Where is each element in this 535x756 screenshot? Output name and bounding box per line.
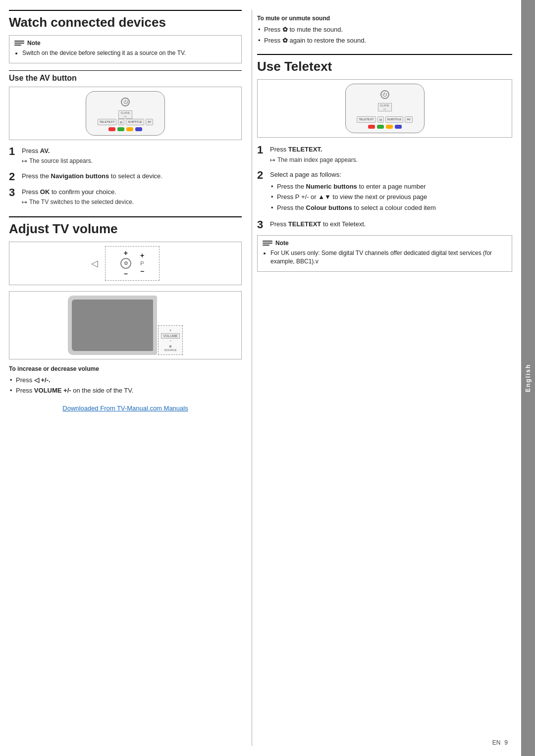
step-tt-1: 1 Press TELETEXT. ↦ The main index page … — [257, 145, 512, 165]
step-av-3: 3 Press OK to confirm your choice. ↦ The… — [9, 187, 242, 207]
left-column: Watch connected devices Note Switch on t… — [9, 10, 252, 746]
step-av-2: 2 Press the Navigation buttons to select… — [9, 171, 242, 182]
step-num-1: 1 — [9, 146, 18, 157]
green-btn-tt — [377, 125, 384, 129]
plus-icon: + — [169, 329, 171, 332]
step-content-1: Press AV. ↦ The source list appears. — [22, 146, 242, 166]
note-list-tt: For UK users only: Some digital TV chann… — [263, 249, 507, 266]
remote-small-av: ⏻ GUIDE▭ TELETEXT ⊟ SUBTITLE AV — [86, 91, 165, 136]
sidebar-label: English — [525, 364, 532, 392]
step-tt-2: 2 Select a page as follows: Press the Nu… — [257, 170, 512, 214]
note-item-1-0: Switch on the device before selecting it… — [22, 49, 236, 57]
note-icon-tt — [263, 241, 272, 246]
section2-title: Adjust TV volume — [9, 216, 242, 237]
teletext-bold-3: TELETEXT — [288, 220, 321, 228]
vol-speaker-icon: ◁ — [91, 259, 98, 268]
red-btn — [108, 127, 115, 131]
vol-plusminus: + ✿ − — [120, 249, 131, 278]
teletext-remote-diagram: ⏻ GUIDE▭ TELETEXT ⊟ SUBTITLE AV — [257, 79, 512, 138]
note-label-1: Note — [27, 40, 41, 47]
guide-btn-tt: GUIDE▭ — [378, 103, 392, 111]
note-box-1: Note Switch on the device before selecti… — [9, 35, 242, 63]
arrow-tt-1: ↦ The main index page appears. — [270, 155, 512, 165]
source-label: SOURCE — [164, 349, 177, 352]
b-btn: ⊟ — [118, 119, 124, 125]
step-tt-content-1: Press TELETEXT. ↦ The main index page ap… — [270, 145, 512, 165]
volume-label: VOLUME — [161, 333, 180, 339]
tt-sub-0: Press the Numeric buttons to enter a pag… — [270, 182, 512, 192]
av-bold: AV. — [40, 147, 50, 154]
source-btn: ⊕ — [169, 345, 172, 349]
sub1-title: Use the AV button — [9, 70, 242, 83]
subtitle-btn: SUBTITLE — [126, 119, 144, 125]
step-num-3: 3 — [9, 187, 18, 198]
arrow-1: ↦ The source list appears. — [22, 156, 242, 166]
section3-title: Use Teletext — [257, 54, 512, 74]
tt-sub-2: Press the Colour buttons to select a col… — [270, 203, 512, 213]
remote-diagram-av: ⏻ GUIDE▭ TELETEXT ⊟ SUBTITLE AV — [9, 87, 242, 140]
page-number: 9 — [504, 739, 508, 746]
note-item-tt-0: For UK users only: Some digital TV chann… — [270, 249, 507, 266]
b-btn-tt: ⊟ — [377, 116, 384, 123]
note-header-1: Note — [14, 40, 236, 47]
guide-btn: GUIDE▭ — [118, 110, 132, 119]
ok-bold: OK — [40, 188, 50, 196]
step-tt-3: 3 Press TELETEXT to exit Teletext. — [257, 219, 512, 230]
tv-side-controls: + VOLUME − ⊕ SOURCE — [158, 325, 183, 355]
step-tt-content-3: Press TELETEXT to exit Teletext. — [270, 219, 512, 229]
teletext-bold-1: TELETEXT. — [288, 146, 322, 153]
note-label-tt: Note — [275, 240, 289, 247]
teletext-steps: 1 Press TELETEXT. ↦ The main index page … — [257, 145, 512, 230]
tv-screen — [72, 300, 153, 351]
yellow-btn-tt — [386, 125, 393, 129]
teletext-sub-bullets: Press the Numeric buttons to enter a pag… — [270, 182, 512, 213]
right-column: To mute or unmute sound Press ✿ to mute … — [252, 10, 512, 746]
step-tt-num-1: 1 — [257, 145, 266, 155]
p-label: P — [140, 260, 144, 266]
volume-remote-diagram: ◁ + ✿ − + P − — [9, 242, 242, 285]
mute-bullet-1: Press ✿ again to restore the sound. — [257, 36, 512, 46]
vol-bullet-1: Press VOLUME +/- on the side of the TV. — [9, 386, 242, 396]
tt-sub-1: Press P +/- or ▲▼ to view the next or pr… — [270, 192, 512, 202]
page-plusminus: + P − — [140, 252, 144, 275]
teletext-btn-tt: TELETEXT — [357, 116, 375, 123]
step-tt-content-2: Select a page as follows: Press the Nume… — [270, 170, 512, 214]
step-content-3: Press OK to confirm your choice. ↦ The T… — [22, 187, 242, 207]
vol-bold: VOLUME +/- — [34, 387, 71, 394]
av-btn-tt: AV — [405, 116, 413, 123]
note-text-tt: For UK users only: Some digital TV chann… — [263, 249, 507, 266]
yellow-btn — [126, 127, 133, 131]
red-btn-tt — [368, 125, 375, 129]
minus-icon: − — [169, 339, 171, 343]
note-box-tt: Note For UK users only: Some digital TV … — [257, 235, 512, 272]
footer-link[interactable]: Downloaded From TV-Manual.com Manuals — [9, 404, 242, 412]
section1-title: Watch connected devices — [9, 10, 242, 30]
remote-row-btns: TELETEXT ⊟ SUBTITLE AV — [98, 119, 154, 125]
step-num-2: 2 — [9, 171, 18, 182]
footer-info: EN 9 — [492, 739, 508, 746]
vol-bullet-0: Press ◁ +/-. — [9, 375, 242, 385]
power-icon: ⏻ — [121, 98, 130, 106]
mute-label: To mute or unmute sound — [257, 15, 512, 22]
nav-btn-bold: Navigation buttons — [51, 172, 109, 180]
remote-teletext: ⏻ GUIDE▭ TELETEXT ⊟ SUBTITLE AV — [345, 84, 425, 133]
page: Watch connected devices Note Switch on t… — [0, 0, 535, 756]
note-header-tt: Note — [263, 240, 507, 247]
step-av-1: 1 Press AV. ↦ The source list appears. — [9, 146, 242, 166]
volume-bullets: Press ◁ +/-. Press VOLUME +/- on the sid… — [9, 375, 242, 396]
power-icon-tt: ⏻ — [380, 90, 389, 99]
section2: Adjust TV volume ◁ + ✿ − — [9, 216, 242, 396]
sidebar-english: English — [521, 0, 535, 756]
step-tt-num-3: 3 — [257, 219, 266, 230]
step-tt-num-2: 2 — [257, 170, 266, 181]
en-label: EN — [492, 739, 501, 746]
blue-btn-tt — [395, 125, 402, 129]
av-steps: 1 Press AV. ↦ The source list appears. 2… — [9, 146, 242, 207]
main-content: Watch connected devices Note Switch on t… — [0, 0, 521, 756]
increase-label: To increase or decrease volume — [9, 365, 242, 372]
green-btn — [117, 127, 124, 131]
step-content-2: Press the Navigation buttons to select a… — [22, 171, 242, 181]
remote-row-btns-tt: TELETEXT ⊟ SUBTITLE AV — [357, 116, 413, 123]
subtitle-btn-tt: SUBTITLE — [385, 116, 404, 123]
arrow-3: ↦ The TV switches to the selected device… — [22, 198, 242, 207]
